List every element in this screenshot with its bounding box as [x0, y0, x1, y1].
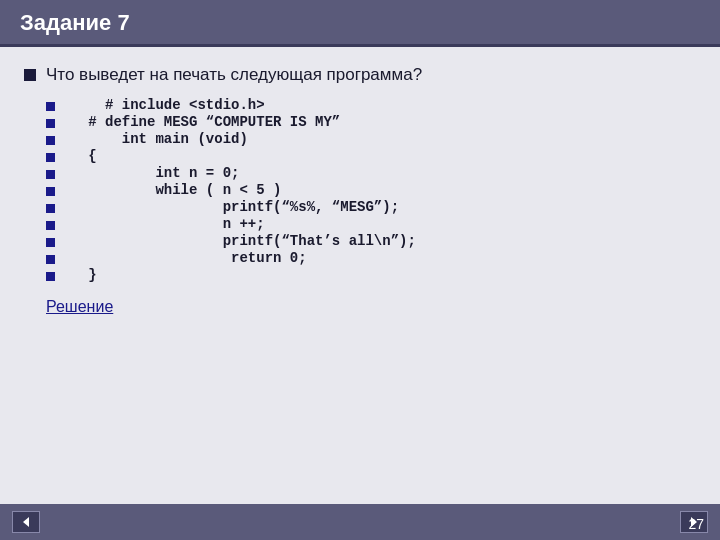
code-text-5: int n = 0;	[63, 165, 239, 181]
code-bullet-10	[46, 255, 55, 264]
solution-label: Решение	[46, 298, 113, 315]
code-text-4: {	[63, 148, 97, 164]
code-text-1: # include <stdio.h>	[63, 97, 265, 113]
code-line-8: n ++;	[46, 216, 696, 232]
code-bullet-9	[46, 238, 55, 247]
slide-header: Задание 7	[0, 0, 720, 47]
code-bullet-4	[46, 153, 55, 162]
slide-content: Что выведет на печать следующая программ…	[0, 47, 720, 504]
code-bullet-5	[46, 170, 55, 179]
code-text-6: while ( n < 5 )	[63, 182, 281, 198]
code-line-3: int main (void)	[46, 131, 696, 147]
code-line-10: return 0;	[46, 250, 696, 266]
code-text-3: int main (void)	[63, 131, 248, 147]
code-line-2: # define MESG “COMPUTER IS MY”	[46, 114, 696, 130]
prev-button[interactable]	[12, 511, 40, 533]
main-bullet	[24, 69, 36, 81]
question-text: Что выведет на печать следующая программ…	[46, 65, 422, 85]
code-line-5: int n = 0;	[46, 165, 696, 181]
code-text-10: return 0;	[63, 250, 307, 266]
code-bullet-6	[46, 187, 55, 196]
code-bullet-3	[46, 136, 55, 145]
code-text-2: # define MESG “COMPUTER IS MY”	[63, 114, 340, 130]
code-line-9: printf(“That’s all\n”);	[46, 233, 696, 249]
code-bullet-8	[46, 221, 55, 230]
code-text-9: printf(“That’s all\n”);	[63, 233, 416, 249]
code-section: # include <stdio.h> # define MESG “COMPU…	[46, 97, 696, 284]
code-bullet-11	[46, 272, 55, 281]
code-bullet-7	[46, 204, 55, 213]
code-line-4: {	[46, 148, 696, 164]
slide: Задание 7 Что выведет на печать следующа…	[0, 0, 720, 540]
slide-title: Задание 7	[20, 10, 130, 35]
code-line-6: while ( n < 5 )	[46, 182, 696, 198]
code-bullet-1	[46, 102, 55, 111]
code-text-8: n ++;	[63, 216, 265, 232]
solution-link[interactable]: Решение	[46, 298, 113, 316]
footer	[0, 504, 720, 540]
code-line-1: # include <stdio.h>	[46, 97, 696, 113]
code-text-7: printf(“%s%, “MESG”);	[63, 199, 399, 215]
code-line-11: }	[46, 267, 696, 283]
page-number: 27	[688, 516, 704, 532]
code-bullet-2	[46, 119, 55, 128]
code-line-7: printf(“%s%, “MESG”);	[46, 199, 696, 215]
main-question-row: Что выведет на печать следующая программ…	[24, 65, 696, 85]
prev-arrow-icon	[19, 515, 33, 529]
code-text-11: }	[63, 267, 97, 283]
svg-marker-0	[23, 517, 29, 527]
